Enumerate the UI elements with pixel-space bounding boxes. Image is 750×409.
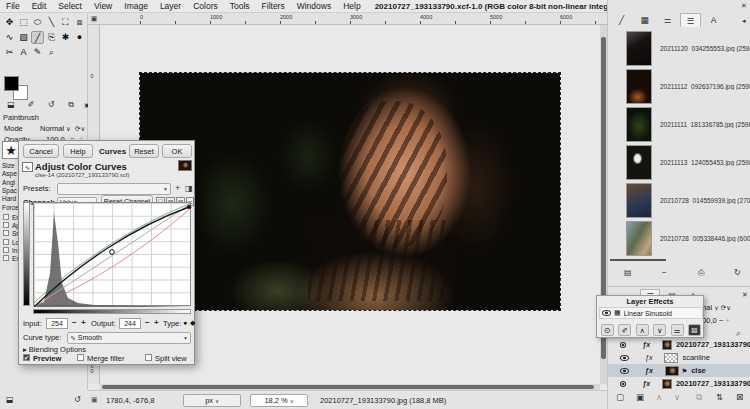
- paths-tool-icon[interactable]: ✎: [31, 46, 44, 59]
- layer-row-bottom[interactable]: ƒx 20210727_193133790: [608, 377, 750, 390]
- new-layer-icon[interactable]: ▢: [616, 392, 624, 402]
- layer-mode-switch-icon[interactable]: ⟳∨: [721, 304, 731, 311]
- layer-fx-badge[interactable]: ƒx: [642, 380, 650, 387]
- duplicate-layer-icon[interactable]: ⧉: [696, 392, 702, 403]
- zoom-select[interactable]: 18,2 % ∨: [250, 394, 308, 407]
- crop-tool-icon[interactable]: ⛶: [59, 16, 72, 29]
- effect-visibility-icon[interactable]: [602, 310, 611, 316]
- menu-image[interactable]: Image: [118, 1, 154, 11]
- menu-windows[interactable]: Windows: [291, 1, 337, 11]
- merge-filter-checkbox[interactable]: [77, 354, 84, 361]
- tab-menu-icon[interactable]: ◂: [742, 17, 746, 25]
- cancel-button[interactable]: Cancel: [23, 144, 59, 158]
- image-list-item[interactable]: 20211113_124055453.jpg (2598 × 46: [608, 144, 750, 182]
- add-preset-icon[interactable]: +: [175, 183, 180, 193]
- save-tool-preset-icon[interactable]: ⬓: [6, 395, 14, 404]
- ruler-corner-icon[interactable]: ▣: [88, 13, 100, 25]
- refresh-icon[interactable]: ↻: [734, 268, 741, 277]
- fuzzy-select-tool-icon[interactable]: ╲: [45, 16, 58, 29]
- move-tool-icon[interactable]: ✥: [3, 16, 16, 29]
- layer-opacity-minus-icon[interactable]: −: [719, 316, 723, 325]
- jitter-checkbox[interactable]: [3, 222, 9, 228]
- image-list-item[interactable]: 20211112_092637196.jpg (2598 × 46: [608, 68, 750, 106]
- incremental-checkbox[interactable]: [3, 247, 9, 253]
- flatten-image-icon[interactable]: ⎙: [698, 268, 704, 278]
- reset-button[interactable]: Reset: [129, 144, 159, 158]
- help-button[interactable]: Help: [63, 144, 93, 158]
- presets-dropdown[interactable]: ▼: [57, 183, 171, 195]
- horizontal-scrollbar-thumb[interactable]: [102, 385, 594, 389]
- menu-select[interactable]: Select: [52, 1, 88, 11]
- layer-row-top[interactable]: ƒx 20210727_193133790: [608, 338, 750, 351]
- layer-visibility-icon[interactable]: [620, 368, 629, 374]
- lower-layer-icon[interactable]: ∨: [674, 392, 680, 402]
- undo-history-tab-icon[interactable]: ↺: [43, 99, 59, 111]
- effect-edit-icon[interactable]: ✐: [618, 324, 631, 336]
- effect-raise-icon[interactable]: ∧: [636, 324, 649, 336]
- menu-filters[interactable]: Filters: [256, 1, 291, 11]
- layer-effects-flag-icon[interactable]: ⚑: [682, 367, 687, 374]
- menu-view[interactable]: View: [88, 1, 118, 11]
- rectangle-select-tool-icon[interactable]: ⬚: [17, 16, 30, 29]
- output-value-field[interactable]: 244: [119, 318, 141, 329]
- effect-lower-icon[interactable]: ∨: [653, 324, 666, 336]
- mode-dropdown-arrow-icon[interactable]: ∨: [66, 125, 71, 133]
- ok-button[interactable]: OK: [162, 144, 192, 158]
- zoom-tool-icon[interactable]: ⌕: [45, 46, 58, 59]
- layer-visibility-icon[interactable]: [620, 381, 626, 387]
- layers-dock-close-icon[interactable]: ✕: [742, 291, 748, 299]
- paintbrush-tool-icon[interactable]: ╱: [31, 31, 44, 44]
- input-value-field[interactable]: 254: [46, 318, 68, 329]
- new-group-icon[interactable]: ▣: [636, 392, 644, 402]
- menu-help[interactable]: Help: [337, 1, 366, 11]
- list-scroll-indicator[interactable]: [610, 259, 666, 261]
- merge-down-icon[interactable]: ⇅: [716, 392, 723, 402]
- clone-tool-icon[interactable]: ⎘: [45, 31, 58, 44]
- raise-image-icon[interactable]: ▤: [624, 268, 632, 277]
- scissors-select-tool-icon[interactable]: ✂: [3, 46, 16, 59]
- transform-tool-icon[interactable]: ⧈: [73, 16, 86, 29]
- quickmask-toggle-icon[interactable]: ▣: [91, 396, 98, 404]
- foreground-color-swatch[interactable]: [4, 76, 19, 91]
- layer-row-clse-selected[interactable]: ƒx ⚑ clse: [608, 364, 750, 377]
- buffers-tab-icon[interactable]: ⧉: [63, 99, 79, 111]
- layer-opacity-plus-icon[interactable]: +: [725, 316, 729, 325]
- menu-file[interactable]: File: [0, 1, 26, 11]
- layer-visibility-icon[interactable]: [620, 342, 626, 348]
- raise-layer-icon[interactable]: ∧: [656, 392, 662, 402]
- image-list-item[interactable]: 20211120_034255553.jpg (2598 × 4: [608, 30, 750, 68]
- layer-effect-item[interactable]: ▦ Linear Sinusoid: [599, 307, 703, 319]
- dynamics-checkbox[interactable]: [3, 214, 9, 220]
- menu-edit[interactable]: Edit: [26, 1, 53, 11]
- layer-row-scanline[interactable]: ƒx scanline: [608, 351, 750, 364]
- text-tool-icon[interactable]: A: [17, 46, 30, 59]
- expand-checkbox[interactable]: [3, 255, 9, 261]
- image-list-item[interactable]: 20210728_014559939.jpg (2702 × 3: [608, 182, 750, 220]
- device-status-tab-icon[interactable]: ✐: [23, 99, 39, 111]
- canvas-image[interactable]: [140, 73, 560, 310]
- effect-merge-icon[interactable]: ⚌: [671, 324, 684, 336]
- smooth-checkbox[interactable]: [3, 230, 9, 236]
- warp-tool-icon[interactable]: ∿: [3, 31, 16, 44]
- image-list-item[interactable]: 20211111_181336785.jpg (2598 × 46: [608, 106, 750, 144]
- free-select-tool-icon[interactable]: ⬭: [31, 16, 44, 29]
- mode-switch-icon[interactable]: ⟳∨: [75, 125, 85, 133]
- effect-toggle-visibility-icon[interactable]: ⊙: [601, 324, 614, 336]
- layer-fx-badge[interactable]: ƒx: [645, 367, 653, 374]
- airbrush-tool-icon[interactable]: ✱: [59, 31, 72, 44]
- mode-value[interactable]: Normal: [40, 124, 64, 133]
- gradient-tool-icon[interactable]: ▧: [17, 31, 30, 44]
- split-view-checkbox[interactable]: [145, 354, 152, 361]
- menu-colors[interactable]: Colors: [187, 1, 224, 11]
- menu-layer[interactable]: Layer: [154, 1, 187, 11]
- dock-close-icon[interactable]: ✕: [741, 2, 747, 10]
- input-plus-icon[interactable]: +: [81, 318, 86, 327]
- effect-remove-icon[interactable]: ⊠: [688, 324, 701, 336]
- reset-tool-options-icon[interactable]: ↺: [74, 395, 81, 404]
- remove-image-icon[interactable]: −: [662, 268, 667, 277]
- menu-tools[interactable]: Tools: [224, 1, 256, 11]
- layer-fx-badge[interactable]: ƒx: [645, 354, 652, 361]
- brushes-tab-icon[interactable]: ╱: [611, 13, 632, 27]
- curve-type-dropdown[interactable]: ∿ Smooth▼: [67, 332, 191, 344]
- output-minus-icon[interactable]: −: [145, 318, 150, 327]
